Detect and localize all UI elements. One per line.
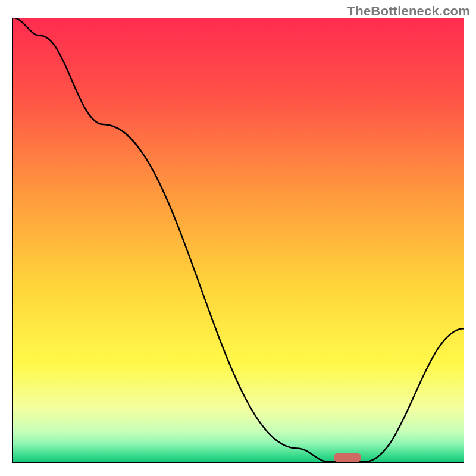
bottleneck-curve — [13, 18, 464, 462]
optimum-marker — [334, 453, 361, 462]
plot-area — [12, 18, 464, 463]
watermark-text: TheBottleneck.com — [347, 4, 470, 19]
